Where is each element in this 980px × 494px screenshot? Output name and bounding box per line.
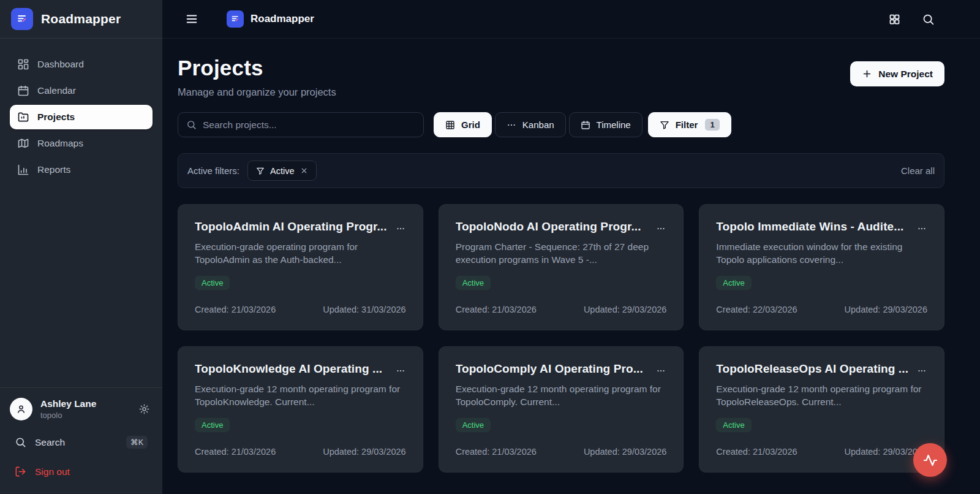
user-org: topolo	[40, 411, 128, 420]
sidebar-nav: Dashboard Calendar Projects Roadmaps	[0, 39, 162, 196]
map-icon	[17, 137, 29, 150]
status-badge: Active	[195, 276, 230, 290]
filter-count-badge: 1	[705, 119, 719, 131]
active-filters-label: Active filters:	[187, 165, 239, 176]
created-date: Created: 21/03/2026	[456, 305, 537, 314]
active-filters-bar: Active filters: Active Clear all	[178, 153, 944, 188]
sidebar: Roadmapper Dashboard Calendar Projects	[0, 0, 162, 494]
filter-button[interactable]: Filter 1	[648, 112, 731, 137]
plus-icon	[862, 69, 872, 79]
card-menu-button[interactable]	[655, 362, 666, 376]
sidebar-item-dashboard[interactable]: Dashboard	[10, 52, 153, 77]
grid-2x2-icon	[888, 13, 901, 26]
card-menu-button[interactable]	[655, 220, 666, 234]
sidebar-item-roadmaps[interactable]: Roadmaps	[10, 131, 153, 156]
project-card[interactable]: TopoloNodo AI Operating Progr... Program…	[439, 204, 684, 330]
view-timeline-button[interactable]: Timeline	[569, 112, 643, 137]
logo-icon	[16, 13, 28, 25]
calendar-icon	[17, 85, 29, 97]
view-kanban-button[interactable]: Kanban	[495, 112, 566, 137]
created-date: Created: 21/03/2026	[195, 447, 276, 457]
layout-grid-button[interactable]	[886, 10, 903, 28]
funnel-icon	[256, 167, 265, 175]
created-date: Created: 21/03/2026	[195, 305, 276, 314]
topbar: Roadmapper	[162, 0, 980, 39]
topbar-brand: Roadmapper	[227, 10, 314, 28]
new-project-button[interactable]: New Project	[850, 61, 944, 86]
hamburger-icon	[185, 12, 198, 26]
project-card[interactable]: TopoloReleaseOps AI Operating ... Execut…	[699, 346, 944, 473]
close-icon[interactable]	[300, 167, 308, 175]
sidebar-search-button[interactable]: Search ⌘K	[10, 429, 153, 455]
bar-chart-icon	[17, 164, 29, 176]
sidebar-item-label: Roadmaps	[37, 138, 83, 149]
project-title: TopoloKnowledge AI Operating ...	[195, 362, 382, 376]
status-badge: Active	[716, 276, 751, 290]
keyboard-shortcut-badge: ⌘K	[126, 436, 148, 449]
logo-icon	[230, 14, 240, 24]
created-date: Created: 21/03/2026	[456, 447, 537, 457]
project-card[interactable]: TopoloAdmin AI Operating Progr... Execut…	[178, 204, 423, 330]
card-menu-button[interactable]	[395, 220, 406, 234]
view-switcher: Grid Kanban Timeline	[434, 112, 731, 137]
created-date: Created: 21/03/2026	[716, 447, 797, 457]
user-profile: Ashley Lane topolo	[10, 397, 153, 429]
project-search	[178, 112, 424, 137]
active-filter-chip[interactable]: Active	[247, 161, 317, 181]
clear-all-button[interactable]: Clear all	[901, 165, 935, 176]
project-title: Topolo Immediate Wins - Audite...	[716, 220, 903, 234]
project-card[interactable]: Topolo Immediate Wins - Audite... Immedi…	[699, 204, 944, 330]
project-description: Execution-grade 12 month operating progr…	[195, 382, 406, 409]
sidebar-item-label: Reports	[37, 164, 70, 175]
activity-pulse-icon	[923, 453, 938, 468]
project-card[interactable]: TopoloKnowledge AI Operating ... Executi…	[178, 346, 423, 473]
sidebar-footer: Ashley Lane topolo Search ⌘K Sign out	[0, 387, 162, 494]
ellipsis-icon	[395, 363, 406, 374]
content: Projects Manage and organize your projec…	[162, 39, 980, 473]
ellipsis-icon	[916, 363, 927, 374]
brand-title: Roadmapper	[41, 12, 121, 26]
sign-out-button[interactable]: Sign out	[10, 459, 153, 484]
sidebar-item-reports[interactable]: Reports	[10, 158, 153, 182]
card-menu-button[interactable]	[395, 362, 406, 376]
settings-gear-button[interactable]	[136, 401, 153, 417]
view-grid-button[interactable]: Grid	[434, 112, 492, 137]
ellipsis-icon	[507, 120, 516, 130]
card-menu-button[interactable]	[916, 362, 927, 376]
gear-icon	[138, 403, 150, 415]
updated-date: Updated: 31/03/2026	[323, 305, 405, 314]
created-date: Created: 22/03/2026	[716, 305, 797, 314]
folder-icon	[17, 111, 29, 123]
app-logo	[11, 8, 33, 30]
sidebar-header: Roadmapper	[0, 0, 162, 39]
project-title: TopoloNodo AI Operating Progr...	[456, 220, 641, 234]
project-description: Program Charter - Sequence: 27th of 27 d…	[456, 240, 667, 267]
project-title: TopoloReleaseOps AI Operating ...	[716, 362, 908, 376]
menu-toggle-button[interactable]	[183, 10, 201, 28]
grid-3x3-icon	[445, 120, 455, 130]
status-badge: Active	[195, 418, 230, 432]
project-title: TopoloAdmin AI Operating Progr...	[195, 220, 387, 234]
status-badge: Active	[456, 418, 491, 432]
topbar-search-button[interactable]	[919, 10, 937, 28]
sidebar-item-calendar[interactable]: Calendar	[10, 78, 153, 103]
avatar	[10, 398, 32, 420]
search-icon	[186, 120, 197, 130]
activity-fab[interactable]	[913, 443, 947, 477]
user-name: Ashley Lane	[40, 398, 128, 409]
updated-date: Updated: 29/03/2026	[584, 447, 666, 457]
updated-date: Updated: 29/03/2026	[323, 447, 405, 457]
logout-icon	[15, 466, 26, 477]
dashboard-icon	[17, 58, 29, 70]
status-badge: Active	[716, 418, 751, 432]
search-icon	[922, 13, 935, 26]
card-menu-button[interactable]	[916, 220, 927, 234]
ellipsis-icon	[655, 363, 666, 374]
sidebar-item-projects[interactable]: Projects	[10, 105, 153, 129]
ellipsis-icon	[916, 221, 927, 232]
sign-out-label: Sign out	[35, 466, 70, 477]
search-projects-input[interactable]	[203, 120, 415, 131]
project-card[interactable]: TopoloComply AI Operating Pro... Executi…	[439, 346, 684, 473]
user-icon	[15, 403, 27, 415]
project-description: Execution-grade 12 month operating progr…	[456, 382, 667, 409]
